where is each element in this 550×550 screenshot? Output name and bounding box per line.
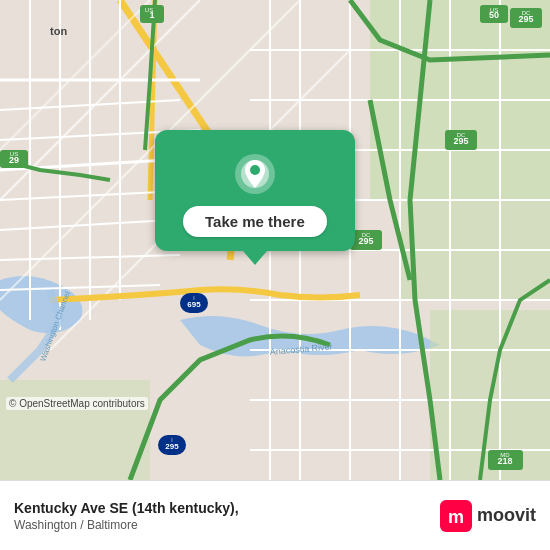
svg-rect-3: [0, 380, 150, 480]
svg-text:695: 695: [187, 300, 201, 309]
take-me-there-button[interactable]: Take me there: [183, 206, 327, 237]
location-info: Kentucky Ave SE (14th kentucky), Washing…: [14, 500, 239, 532]
svg-text:DC: DC: [522, 10, 531, 16]
svg-text:US: US: [490, 7, 498, 13]
map-container: 1 US 50 US 295 DC 295 DC 695 I 395 I 29 …: [0, 0, 550, 480]
svg-text:295: 295: [165, 442, 179, 451]
svg-text:DC: DC: [362, 232, 371, 238]
svg-text:US: US: [10, 151, 18, 157]
moovit-brand-name: moovit: [477, 505, 536, 526]
svg-text:DC: DC: [457, 132, 466, 138]
svg-text:MD: MD: [500, 452, 510, 458]
moovit-brand-icon: m: [440, 500, 472, 532]
popup-bubble: Take me there: [155, 130, 355, 251]
svg-text:US: US: [145, 7, 153, 13]
location-subtitle: Washington / Baltimore: [14, 518, 239, 532]
svg-text:I: I: [193, 295, 194, 301]
info-bar: Kentucky Ave SE (14th kentucky), Washing…: [0, 480, 550, 550]
popup-container: Take me there: [155, 130, 355, 251]
svg-point-72: [250, 165, 260, 175]
moovit-logo: m moovit: [440, 500, 536, 532]
location-name: Kentucky Ave SE (14th kentucky),: [14, 500, 239, 516]
svg-text:m: m: [448, 507, 464, 527]
osm-credit: © OpenStreetMap contributors: [6, 397, 148, 410]
svg-text:ton: ton: [50, 25, 67, 37]
location-pin-icon: [233, 152, 277, 196]
svg-text:I: I: [171, 437, 172, 443]
